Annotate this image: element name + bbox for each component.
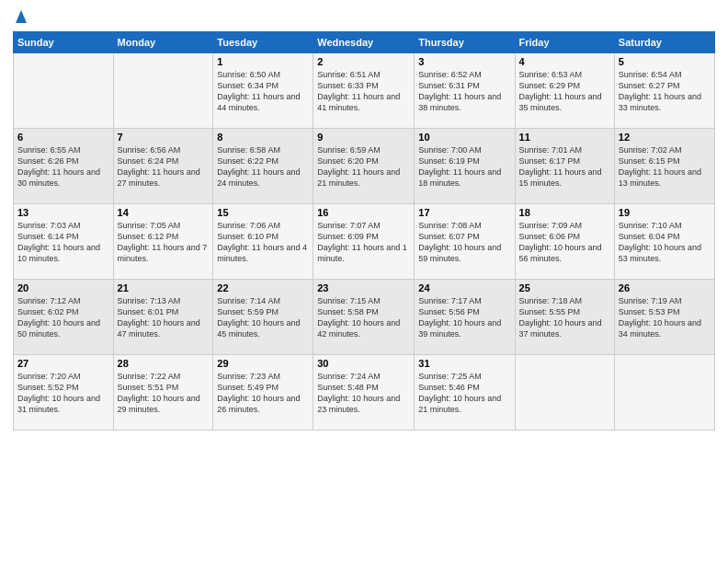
calendar-week-4: 20Sunrise: 7:12 AMSunset: 6:02 PMDayligh… — [14, 280, 715, 355]
day-number: 14 — [118, 207, 210, 218]
day-number: 3 — [418, 56, 510, 67]
day-number: 5 — [619, 56, 711, 67]
calendar-cell — [515, 355, 614, 431]
day-number: 10 — [418, 132, 510, 143]
calendar-cell: 26Sunrise: 7:19 AMSunset: 5:53 PMDayligh… — [614, 280, 714, 355]
day-number: 2 — [317, 56, 410, 67]
day-info: Sunrise: 7:23 AMSunset: 5:49 PMDaylight:… — [217, 371, 309, 416]
day-info: Sunrise: 6:59 AMSunset: 6:20 PMDaylight:… — [317, 144, 410, 190]
day-number: 19 — [619, 207, 711, 218]
header-cell-thursday: Thursday — [415, 32, 515, 53]
day-info: Sunrise: 7:01 AMSunset: 6:17 PMDaylight:… — [519, 144, 610, 190]
calendar-cell: 14Sunrise: 7:05 AMSunset: 6:12 PMDayligh… — [113, 204, 213, 280]
day-info: Sunrise: 7:00 AMSunset: 6:19 PMDaylight:… — [418, 144, 510, 190]
day-info: Sunrise: 7:13 AMSunset: 6:01 PMDaylight:… — [118, 295, 210, 340]
day-number: 7 — [118, 132, 210, 143]
day-info: Sunrise: 7:18 AMSunset: 5:55 PMDaylight:… — [519, 295, 610, 340]
day-info: Sunrise: 6:52 AMSunset: 6:31 PMDaylight:… — [418, 69, 510, 114]
day-info: Sunrise: 7:15 AMSunset: 5:58 PMDaylight:… — [317, 295, 410, 340]
calendar-cell: 20Sunrise: 7:12 AMSunset: 6:02 PMDayligh… — [14, 280, 114, 355]
day-info: Sunrise: 7:17 AMSunset: 5:56 PMDaylight:… — [418, 295, 510, 340]
calendar-week-5: 27Sunrise: 7:20 AMSunset: 5:52 PMDayligh… — [14, 355, 715, 431]
logo-text — [13, 9, 27, 26]
day-number: 18 — [519, 207, 610, 218]
calendar-week-3: 13Sunrise: 7:03 AMSunset: 6:14 PMDayligh… — [14, 204, 715, 280]
calendar-cell: 16Sunrise: 7:07 AMSunset: 6:09 PMDayligh… — [313, 204, 415, 280]
day-number: 21 — [118, 282, 210, 293]
day-number: 16 — [317, 207, 410, 218]
day-number: 1 — [217, 56, 309, 67]
day-info: Sunrise: 7:09 AMSunset: 6:06 PMDaylight:… — [519, 220, 610, 265]
day-info: Sunrise: 6:58 AMSunset: 6:22 PMDaylight:… — [217, 144, 309, 190]
calendar-week-1: 1Sunrise: 6:50 AMSunset: 6:34 PMDaylight… — [14, 53, 715, 129]
calendar-cell: 28Sunrise: 7:22 AMSunset: 5:51 PMDayligh… — [113, 355, 213, 431]
day-number: 24 — [418, 282, 510, 293]
calendar-cell — [14, 53, 114, 129]
header-row: SundayMondayTuesdayWednesdayThursdayFrid… — [14, 32, 715, 53]
day-number: 25 — [519, 282, 610, 293]
day-info: Sunrise: 7:07 AMSunset: 6:09 PMDaylight:… — [317, 220, 410, 265]
day-number: 31 — [418, 358, 510, 369]
calendar-cell: 4Sunrise: 6:53 AMSunset: 6:29 PMDaylight… — [515, 53, 614, 129]
calendar-cell: 12Sunrise: 7:02 AMSunset: 6:15 PMDayligh… — [614, 129, 714, 204]
calendar-cell: 10Sunrise: 7:00 AMSunset: 6:19 PMDayligh… — [415, 129, 515, 204]
page-container: SundayMondayTuesdayWednesdayThursdayFrid… — [0, 0, 728, 436]
day-info: Sunrise: 7:25 AMSunset: 5:46 PMDaylight:… — [418, 371, 510, 416]
calendar-cell: 5Sunrise: 6:54 AMSunset: 6:27 PMDaylight… — [614, 53, 714, 129]
day-number: 13 — [17, 207, 109, 218]
day-number: 23 — [317, 282, 410, 293]
day-info: Sunrise: 6:50 AMSunset: 6:34 PMDaylight:… — [217, 69, 309, 114]
calendar-cell: 18Sunrise: 7:09 AMSunset: 6:06 PMDayligh… — [515, 204, 614, 280]
logo — [13, 9, 27, 26]
day-info: Sunrise: 7:22 AMSunset: 5:51 PMDaylight:… — [118, 371, 210, 416]
day-info: Sunrise: 7:06 AMSunset: 6:10 PMDaylight:… — [217, 220, 309, 265]
calendar-cell: 2Sunrise: 6:51 AMSunset: 6:33 PMDaylight… — [313, 53, 415, 129]
calendar-table: SundayMondayTuesdayWednesdayThursdayFrid… — [13, 31, 715, 431]
calendar-cell: 21Sunrise: 7:13 AMSunset: 6:01 PMDayligh… — [113, 280, 213, 355]
day-number: 11 — [519, 132, 610, 143]
day-number: 4 — [519, 56, 610, 67]
day-info: Sunrise: 7:24 AMSunset: 5:48 PMDaylight:… — [317, 371, 410, 416]
day-info: Sunrise: 6:56 AMSunset: 6:24 PMDaylight:… — [118, 144, 210, 190]
calendar-week-2: 6Sunrise: 6:55 AMSunset: 6:26 PMDaylight… — [14, 129, 715, 204]
day-info: Sunrise: 7:14 AMSunset: 5:59 PMDaylight:… — [217, 295, 309, 340]
calendar-cell: 24Sunrise: 7:17 AMSunset: 5:56 PMDayligh… — [415, 280, 515, 355]
svg-marker-0 — [16, 10, 27, 23]
day-info: Sunrise: 7:12 AMSunset: 6:02 PMDaylight:… — [17, 295, 109, 340]
calendar-cell: 19Sunrise: 7:10 AMSunset: 6:04 PMDayligh… — [614, 204, 714, 280]
day-number: 30 — [317, 358, 410, 369]
day-info: Sunrise: 7:20 AMSunset: 5:52 PMDaylight:… — [17, 371, 109, 416]
header-cell-wednesday: Wednesday — [313, 32, 415, 53]
calendar-cell: 7Sunrise: 6:56 AMSunset: 6:24 PMDaylight… — [113, 129, 213, 204]
day-info: Sunrise: 7:08 AMSunset: 6:07 PMDaylight:… — [418, 220, 510, 265]
day-number: 28 — [118, 358, 210, 369]
calendar-cell: 11Sunrise: 7:01 AMSunset: 6:17 PMDayligh… — [515, 129, 614, 204]
header-cell-sunday: Sunday — [14, 32, 114, 53]
day-info: Sunrise: 6:55 AMSunset: 6:26 PMDaylight:… — [17, 144, 109, 190]
day-info: Sunrise: 7:10 AMSunset: 6:04 PMDaylight:… — [619, 220, 711, 265]
calendar-cell: 8Sunrise: 6:58 AMSunset: 6:22 PMDaylight… — [213, 129, 313, 204]
calendar-cell: 25Sunrise: 7:18 AMSunset: 5:55 PMDayligh… — [515, 280, 614, 355]
day-number: 9 — [317, 132, 410, 143]
calendar-cell: 1Sunrise: 6:50 AMSunset: 6:34 PMDaylight… — [213, 53, 313, 129]
day-number: 20 — [17, 282, 109, 293]
header-cell-friday: Friday — [515, 32, 614, 53]
day-number: 26 — [619, 282, 711, 293]
calendar-cell: 30Sunrise: 7:24 AMSunset: 5:48 PMDayligh… — [313, 355, 415, 431]
calendar-cell: 31Sunrise: 7:25 AMSunset: 5:46 PMDayligh… — [415, 355, 515, 431]
day-info: Sunrise: 6:54 AMSunset: 6:27 PMDaylight:… — [619, 69, 711, 114]
logo-arrow-icon — [14, 9, 27, 26]
calendar-cell: 15Sunrise: 7:06 AMSunset: 6:10 PMDayligh… — [213, 204, 313, 280]
calendar-cell: 22Sunrise: 7:14 AMSunset: 5:59 PMDayligh… — [213, 280, 313, 355]
day-number: 6 — [17, 132, 109, 143]
calendar-cell: 3Sunrise: 6:52 AMSunset: 6:31 PMDaylight… — [415, 53, 515, 129]
page-header — [13, 9, 715, 26]
calendar-cell: 9Sunrise: 6:59 AMSunset: 6:20 PMDaylight… — [313, 129, 415, 204]
calendar-cell — [614, 355, 714, 431]
day-number: 29 — [217, 358, 309, 369]
day-info: Sunrise: 7:19 AMSunset: 5:53 PMDaylight:… — [619, 295, 711, 340]
calendar-cell: 13Sunrise: 7:03 AMSunset: 6:14 PMDayligh… — [14, 204, 114, 280]
day-info: Sunrise: 6:53 AMSunset: 6:29 PMDaylight:… — [519, 69, 610, 114]
header-cell-saturday: Saturday — [614, 32, 714, 53]
day-number: 17 — [418, 207, 510, 218]
